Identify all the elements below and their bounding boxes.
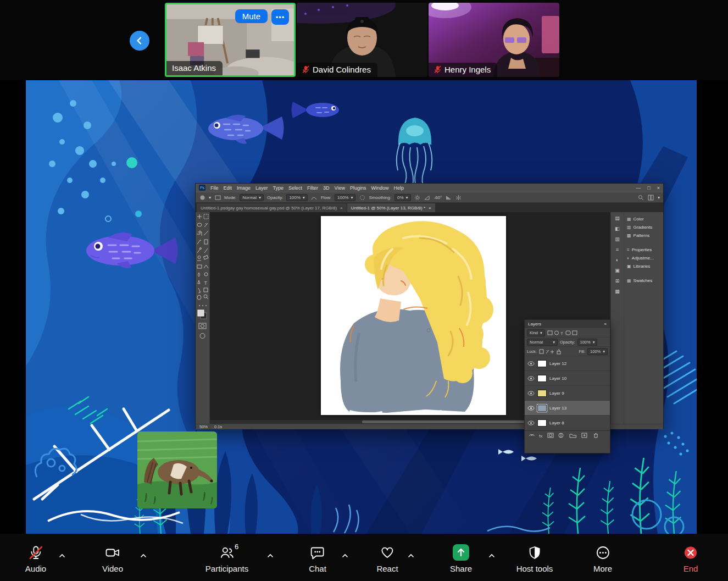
layer-row[interactable]: Layer 12 — [525, 356, 610, 371]
menu-3d[interactable]: 3D — [323, 185, 330, 191]
menu-layer[interactable]: Layer — [255, 185, 268, 191]
menu-help[interactable]: Help — [394, 185, 404, 191]
video-tile-david-colindres[interactable]: David Colindres — [297, 3, 427, 77]
menu-window[interactable]: Window — [371, 185, 389, 191]
brush-panel-toggle-icon[interactable] — [214, 194, 221, 201]
pressure-opacity-icon[interactable] — [311, 194, 318, 201]
video-options-chevron[interactable] — [138, 549, 149, 562]
collapsed-panel-icon[interactable]: ≡ — [616, 247, 619, 252]
camera-icon — [105, 545, 120, 560]
layer-visibility-icon[interactable] — [527, 361, 535, 366]
collapsed-panel-icon[interactable]: ▥ — [615, 236, 620, 242]
symmetry-icon[interactable] — [455, 194, 462, 201]
brush-angle-value[interactable]: -60° — [434, 195, 442, 200]
video-tile-henry-ingels[interactable]: Henry Ingels — [429, 3, 559, 77]
layer-action-icons[interactable]: fx — [528, 432, 606, 439]
collapsed-panel-icon[interactable]: ◐ — [616, 257, 619, 263]
video-tile-isaac-atkins[interactable]: Mute ••• Isaac Atkins — [165, 3, 296, 77]
layer-row-selected[interactable]: Layer 13 — [525, 401, 610, 416]
collapsed-panel-icon[interactable]: ▦ — [615, 289, 620, 294]
layer-visibility-icon[interactable] — [527, 391, 535, 396]
collapsed-panel-icon[interactable]: ◧ — [615, 226, 620, 231]
document-tab-2[interactable]: Untitled-1 @ 50% (Layer 13, RGB/8) * × — [347, 203, 435, 212]
brush-preset-icon[interactable] — [199, 194, 205, 201]
tab-close-icon[interactable]: × — [429, 206, 431, 211]
panel-gradients[interactable]: ▥Gradients — [625, 223, 662, 231]
end-button[interactable]: End — [683, 544, 698, 573]
video-button[interactable]: Video — [102, 544, 123, 573]
layer-filter-kind-select[interactable]: Kind▾ — [527, 329, 545, 336]
panel-adjustments[interactable]: ◐Adjustme... — [625, 254, 662, 262]
video-strip: Mute ••• Isaac Atkins — [165, 3, 559, 77]
shared-screen-area: Ps File Edit Image Layer Type Select Fil… — [26, 80, 697, 534]
collapsed-panel-icon[interactable]: ▤ — [615, 215, 620, 221]
panel-swatches[interactable]: ▦Swatches — [625, 276, 662, 285]
more-button[interactable]: More — [593, 544, 612, 573]
panel-color[interactable]: ▦Color — [625, 215, 662, 223]
arrange-documents-icon[interactable] — [648, 194, 654, 201]
document-canvas[interactable] — [321, 216, 506, 415]
menu-select[interactable]: Select — [288, 185, 302, 191]
blend-mode-select[interactable]: Normal▾ — [527, 339, 558, 346]
menu-edit[interactable]: Edit — [224, 185, 232, 191]
panel-libraries[interactable]: ▣Libraries — [625, 262, 662, 270]
fill-select[interactable]: 100%▾ — [587, 348, 608, 355]
host-tools-button[interactable]: Host tools — [516, 544, 553, 573]
workspace-caret[interactable]: ▾ — [658, 195, 660, 200]
menu-file[interactable]: File — [210, 185, 219, 191]
zoom-tool-icon[interactable] — [638, 194, 644, 201]
layer-visibility-icon[interactable] — [527, 376, 535, 381]
mode-select[interactable]: Normal▾ — [240, 194, 264, 201]
window-close-button[interactable]: × — [657, 185, 660, 191]
layer-visibility-icon[interactable] — [527, 420, 535, 425]
layer-row[interactable]: Layer 9 — [525, 386, 610, 401]
brush-preset-caret[interactable]: ▾ — [209, 195, 211, 200]
audio-button[interactable]: Audio — [25, 544, 46, 573]
layer-opacity-select[interactable]: 100%▾ — [577, 339, 598, 346]
pressure-size-icon[interactable] — [445, 194, 452, 201]
tile-more-button[interactable]: ••• — [271, 9, 289, 25]
collapsed-panel-icon[interactable]: ▣ — [615, 268, 620, 273]
brush-angle-icon[interactable] — [424, 194, 431, 201]
window-restore-button[interactable]: □ — [647, 185, 650, 191]
layer-visibility-icon[interactable] — [527, 406, 535, 411]
participants-options-chevron[interactable] — [265, 549, 276, 562]
svg-text:T: T — [560, 331, 563, 336]
menu-type[interactable]: Type — [273, 185, 284, 191]
share-options-chevron[interactable] — [486, 549, 497, 562]
smoothing-select[interactable]: 0%▾ — [394, 194, 411, 201]
window-minimize-button[interactable]: — — [636, 185, 641, 191]
airbrush-icon[interactable] — [359, 194, 365, 201]
menu-filter[interactable]: Filter — [307, 185, 318, 191]
chevron-up-icon — [488, 554, 495, 558]
panel-menu-icon[interactable]: » — [604, 322, 607, 327]
opacity-select[interactable]: 100%▾ — [286, 194, 307, 201]
lock-icons[interactable] — [539, 348, 562, 355]
back-button[interactable] — [130, 31, 149, 51]
document-tab-1[interactable]: Untitled-1.psdgay gay homosexual gay.psd… — [197, 203, 347, 212]
mute-button[interactable]: Mute — [235, 9, 268, 23]
layer-filter-icons[interactable]: T — [547, 330, 579, 336]
tool-icons: T — [196, 212, 210, 377]
tab-close-icon[interactable]: × — [340, 206, 343, 211]
chat-button[interactable]: Chat — [309, 544, 326, 573]
menu-image[interactable]: Image — [237, 185, 251, 191]
zoom-level[interactable]: 50% — [199, 424, 208, 429]
panel-patterns[interactable]: ▩Patterns — [625, 231, 662, 240]
tools-palette[interactable]: T — [196, 212, 210, 424]
menu-plugins[interactable]: Plugins — [350, 185, 366, 191]
participants-button[interactable]: 6 Participants — [205, 544, 248, 573]
smoothing-gear-icon[interactable] — [414, 194, 421, 201]
flow-select[interactable]: 100%▾ — [335, 194, 355, 201]
layer-row[interactable]: Layer 8 — [525, 416, 610, 430]
photoshop-options-bar: ▾ Mode: Normal▾ Opacity: 100%▾ Flow: 100… — [196, 192, 663, 203]
layer-row[interactable]: Layer 10 — [525, 371, 610, 386]
menu-view[interactable]: View — [335, 185, 345, 191]
panel-properties[interactable]: ≡Properties — [625, 246, 662, 254]
react-options-chevron[interactable] — [405, 549, 416, 562]
audio-options-chevron[interactable] — [57, 549, 68, 562]
chat-options-chevron[interactable] — [340, 549, 351, 562]
react-button[interactable]: React — [376, 544, 398, 573]
share-button[interactable]: Share — [450, 544, 472, 573]
collapsed-panel-icon[interactable]: ⊞ — [615, 278, 620, 284]
